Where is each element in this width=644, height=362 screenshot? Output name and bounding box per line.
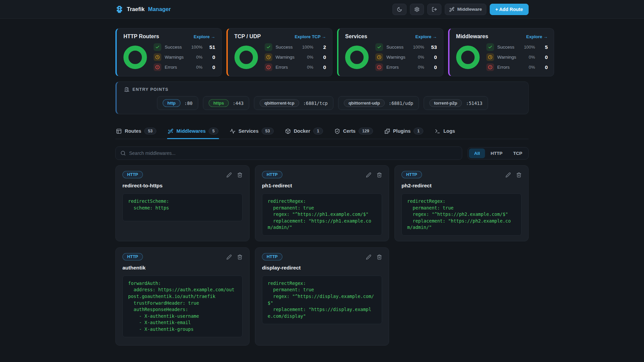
alert-circle-icon [265, 63, 272, 71]
explore-link[interactable]: Explore → [194, 34, 215, 39]
delete-button[interactable] [377, 254, 382, 261]
traffic-light-logo-icon [115, 5, 123, 13]
filter-http-button[interactable]: HTTP [486, 148, 507, 158]
protocol-filter: All HTTP TCP [468, 147, 529, 160]
tab-routes[interactable]: Routes 53 [115, 128, 157, 139]
tab-count-badge: 1 [313, 128, 323, 134]
add-route-button[interactable]: + Add Route [490, 4, 529, 15]
clock-icon [265, 53, 272, 61]
trash-icon [377, 172, 382, 178]
entry-point-http: http :80 [157, 96, 198, 110]
table-icon [116, 128, 122, 134]
pencil-icon [366, 172, 371, 178]
tab-middlewares[interactable]: Middlewares 5 [167, 128, 219, 139]
middleware-name: authentik [122, 265, 243, 271]
trash-icon [377, 254, 382, 260]
stat-card-middlewares: Middlewares Explore → Success 100% 5 War… [448, 28, 554, 76]
clock-icon [486, 53, 494, 61]
theme-toggle-button[interactable] [392, 4, 407, 15]
brand-title: Traefik [127, 6, 145, 12]
middleware-button[interactable]: Middleware [445, 4, 486, 15]
delete-button[interactable] [237, 254, 243, 261]
middleware-name: ph1-redirect [262, 183, 382, 189]
wand-icon [449, 7, 454, 12]
edit-button[interactable] [366, 172, 371, 179]
stat-row-errors: Errors 0% 0 [375, 63, 437, 71]
entry-point-name-pill: qbittorrent-tcp [260, 99, 299, 107]
pencil-icon [226, 172, 232, 178]
stat-row-warnings: Warnings 0% 0 [265, 53, 326, 61]
entry-point-https: https :443 [203, 96, 249, 110]
stat-card-title: HTTP Routers [123, 34, 159, 40]
stat-row-warnings: Warnings 0% 0 [486, 53, 548, 61]
door-icon [124, 87, 129, 92]
brand-subtitle: Manager [148, 6, 171, 12]
check-icon [486, 43, 494, 51]
stat-row-errors: Errors 0% 0 [154, 63, 215, 71]
header-actions: Middleware + Add Route [392, 4, 529, 15]
entry-point-qbittorrent-tcp: qbittorrent-tcp :6881/tcp [254, 96, 333, 110]
tab-plugins[interactable]: Plugins 1 [384, 128, 424, 139]
moon-icon [397, 7, 402, 12]
middleware-config: forwardAuth: address: https://auth.examp… [122, 276, 243, 338]
tab-services[interactable]: Services 53 [229, 128, 274, 139]
protocol-badge: HTTP [262, 253, 282, 260]
filter-tcp-button[interactable]: TCP [508, 148, 527, 158]
protocol-badge: HTTP [122, 171, 143, 178]
puzzle-icon [384, 128, 390, 134]
donut-chart [123, 46, 147, 69]
entry-points-panel: ENTRY POINTS http :80 https :443 qbittor… [115, 81, 529, 114]
delete-button[interactable] [516, 172, 522, 179]
entry-point-port: :6881/tcp [303, 101, 328, 106]
app-header: Traefik Manager Middleware + Add Route [0, 0, 644, 19]
edit-button[interactable] [366, 254, 371, 261]
middleware-card-authentik: HTTP authentik forwardAuth: address: htt… [115, 247, 250, 346]
middleware-config: redirectRegex: permanent: true regex: "^… [262, 276, 382, 324]
edit-button[interactable] [226, 254, 232, 261]
middleware-config: redirectRegex: permanent: true regex: "^… [401, 193, 522, 236]
search-input[interactable] [129, 150, 457, 156]
explore-link[interactable]: Explore → [526, 34, 548, 39]
alert-circle-icon [486, 63, 494, 71]
tab-docker[interactable]: Docker 1 [284, 128, 324, 139]
middleware-card-ph2-redirect: HTTP ph2-redirect redirectRegex: permane… [394, 165, 529, 241]
trash-icon [516, 172, 522, 178]
delete-button[interactable] [237, 172, 243, 179]
stat-row-success: Success 100% 51 [154, 43, 215, 51]
tab-certs[interactable]: Certs 129 [334, 128, 374, 139]
clock-icon [154, 53, 161, 61]
middleware-card-display-redirect: HTTP display-redirect redirectRegex: per… [255, 247, 389, 346]
entry-point-port: :51413 [466, 101, 482, 106]
gear-icon [414, 7, 420, 12]
edit-button[interactable] [505, 172, 511, 179]
middleware-name: ph2-redirect [401, 183, 522, 189]
stat-card-tcp-udp: TCP / UDP Explore TCP → Success 100% 2 W… [226, 28, 333, 76]
settings-button[interactable] [410, 4, 424, 15]
pencil-icon [366, 254, 371, 260]
middleware-name: redirect-to-https [122, 183, 243, 189]
middleware-config: redirectRegex: permanent: true regex: "^… [262, 193, 382, 236]
edit-button[interactable] [226, 172, 232, 179]
delete-button[interactable] [377, 172, 382, 179]
protocol-badge: HTTP [401, 171, 422, 178]
stats-row: HTTP Routers Explore → Success 100% 51 W… [115, 28, 529, 76]
entry-point-torrent-p2p: torrent-p2p :51413 [424, 96, 488, 110]
explore-link[interactable]: Explore TCP → [294, 34, 326, 39]
search-row: All HTTP TCP [115, 146, 529, 160]
stat-row-success: Success 100% 5 [486, 43, 548, 51]
tab-logs[interactable]: Logs [434, 128, 456, 139]
alert-circle-icon [154, 63, 161, 71]
entry-point-name-pill: qbittorrent-udp [344, 99, 385, 107]
logout-button[interactable] [427, 4, 441, 15]
pencil-icon [226, 254, 232, 260]
donut-chart [456, 46, 480, 69]
stat-card-services: Services Explore → Success 100% 53 Warni… [337, 28, 443, 76]
filter-all-button[interactable]: All [469, 148, 485, 158]
entry-point-port: :443 [233, 101, 244, 106]
entry-point-qbittorrent-udp: qbittorrent-udp :6881/udp [338, 96, 419, 110]
explore-link[interactable]: Explore → [415, 34, 437, 39]
trash-icon [237, 172, 243, 178]
middleware-config: redirectScheme: scheme: https [122, 193, 243, 221]
protocol-badge: HTTP [122, 253, 143, 260]
tab-count-badge: 5 [209, 128, 218, 134]
